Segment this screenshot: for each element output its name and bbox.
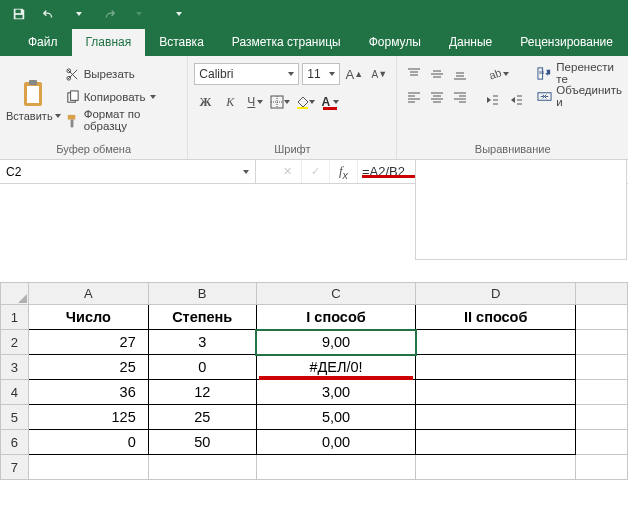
row-header-7[interactable]: 7 (1, 455, 29, 480)
col-header-b[interactable]: B (148, 283, 256, 305)
col-header-e[interactable] (576, 283, 628, 305)
customize-qat-icon[interactable] (166, 2, 192, 26)
merge-center-button[interactable]: Объединить и (537, 86, 622, 106)
cell-c2[interactable]: 9,00 (256, 330, 416, 355)
col-header-a[interactable]: A (28, 283, 148, 305)
undo-icon[interactable] (36, 2, 62, 26)
font-size-combo[interactable]: 11 (302, 63, 340, 85)
cancel-formula-button[interactable]: ✕ (274, 160, 302, 183)
tab-page-layout[interactable]: Разметка страницы (218, 29, 355, 56)
cell-b3[interactable]: 0 (148, 355, 256, 380)
row-header-5[interactable]: 5 (1, 405, 29, 430)
orientation-button[interactable]: ab (481, 63, 515, 85)
font-color-button[interactable]: A (319, 91, 341, 113)
cell-e3[interactable] (576, 355, 628, 380)
copy-button[interactable]: Копировать (65, 87, 182, 107)
cell-c5[interactable]: 5,00 (256, 405, 416, 430)
cell-e2[interactable] (576, 330, 628, 355)
format-painter-label: Формат по образцу (84, 108, 182, 132)
row-header-3[interactable]: 3 (1, 355, 29, 380)
row-header-1[interactable]: 1 (1, 305, 29, 330)
redo-split-icon[interactable] (126, 2, 152, 26)
cell-a3[interactable]: 25 (28, 355, 148, 380)
decrease-indent-button[interactable] (481, 89, 503, 111)
italic-button[interactable]: К (219, 91, 241, 113)
cell-d4[interactable] (416, 380, 576, 405)
cell-a6[interactable]: 0 (28, 430, 148, 455)
cell-d5[interactable] (416, 405, 576, 430)
shrink-font-button[interactable]: A▼ (368, 63, 390, 85)
cell-b6[interactable]: 50 (148, 430, 256, 455)
cell-c1[interactable]: I способ (256, 305, 416, 330)
name-box-input[interactable] (6, 165, 66, 179)
align-left-button[interactable] (403, 86, 425, 108)
cell-d6[interactable] (416, 430, 576, 455)
cell-e4[interactable] (576, 380, 628, 405)
cell-a7[interactable] (28, 455, 148, 480)
save-icon[interactable] (6, 2, 32, 26)
svg-rect-4 (29, 80, 37, 85)
cell-b1[interactable]: Степень (148, 305, 256, 330)
font-name-combo[interactable]: Calibri (194, 63, 299, 85)
paste-button[interactable]: Вставить (6, 60, 61, 140)
bold-button[interactable]: Ж (194, 91, 216, 113)
align-center-button[interactable] (426, 86, 448, 108)
cell-b4[interactable]: 12 (148, 380, 256, 405)
copy-icon (65, 90, 80, 105)
ribbon: Вставить Вырезать Копировать Формат по о… (0, 56, 628, 160)
cut-label: Вырезать (84, 68, 135, 80)
cell-c6[interactable]: 0,00 (256, 430, 416, 455)
cell-e7[interactable] (576, 455, 628, 480)
row-header-6[interactable]: 6 (1, 430, 29, 455)
cell-b2[interactable]: 3 (148, 330, 256, 355)
group-font: Calibri 11 A▲ A▼ Ж К Ч (188, 56, 397, 159)
cell-a1[interactable]: Число (28, 305, 148, 330)
tab-formulas[interactable]: Формулы (355, 29, 435, 56)
cell-e1[interactable] (576, 305, 628, 330)
tab-file[interactable]: Файл (14, 29, 72, 56)
col-header-c[interactable]: C (256, 283, 416, 305)
cell-e6[interactable] (576, 430, 628, 455)
col-header-d[interactable]: D (416, 283, 576, 305)
cell-d2[interactable] (416, 330, 576, 355)
wrap-text-button[interactable]: ab Перенести те (537, 63, 622, 83)
cell-b7[interactable] (148, 455, 256, 480)
cell-c7[interactable] (256, 455, 416, 480)
cell-c3[interactable]: #ДЕЛ/0! (256, 355, 416, 380)
row-header-2[interactable]: 2 (1, 330, 29, 355)
font-group-label: Шрифт (194, 140, 390, 159)
tab-review[interactable]: Рецензирование (506, 29, 627, 56)
tab-insert[interactable]: Вставка (145, 29, 218, 56)
fill-color-button[interactable] (294, 91, 316, 113)
cut-button[interactable]: Вырезать (65, 64, 182, 84)
cell-d7[interactable] (416, 455, 576, 480)
undo-split-icon[interactable] (66, 2, 92, 26)
ribbon-tabs: Файл Главная Вставка Разметка страницы Ф… (0, 28, 628, 56)
cell-e5[interactable] (576, 405, 628, 430)
cell-d3[interactable] (416, 355, 576, 380)
increase-indent-button[interactable] (505, 89, 527, 111)
cell-c4[interactable]: 3,00 (256, 380, 416, 405)
name-box[interactable] (0, 160, 256, 183)
redo-icon[interactable] (96, 2, 122, 26)
cell-a2[interactable]: 27 (28, 330, 148, 355)
align-right-button[interactable] (449, 86, 471, 108)
format-painter-button[interactable]: Формат по образцу (65, 110, 182, 130)
tab-data[interactable]: Данные (435, 29, 506, 56)
row-header-4[interactable]: 4 (1, 380, 29, 405)
grow-font-button[interactable]: A▲ (343, 63, 365, 85)
align-bottom-button[interactable] (449, 63, 471, 85)
border-button[interactable] (269, 91, 291, 113)
cell-d1[interactable]: II способ (416, 305, 576, 330)
enter-formula-button[interactable]: ✓ (302, 160, 330, 183)
cell-a5[interactable]: 125 (28, 405, 148, 430)
insert-function-button[interactable]: fx (330, 160, 358, 183)
align-middle-button[interactable] (426, 63, 448, 85)
align-top-button[interactable] (403, 63, 425, 85)
font-size-value: 11 (307, 67, 320, 81)
cell-b5[interactable]: 25 (148, 405, 256, 430)
select-all-corner[interactable] (1, 283, 29, 305)
tab-home[interactable]: Главная (72, 29, 146, 56)
underline-button[interactable]: Ч (244, 91, 266, 113)
cell-a4[interactable]: 36 (28, 380, 148, 405)
